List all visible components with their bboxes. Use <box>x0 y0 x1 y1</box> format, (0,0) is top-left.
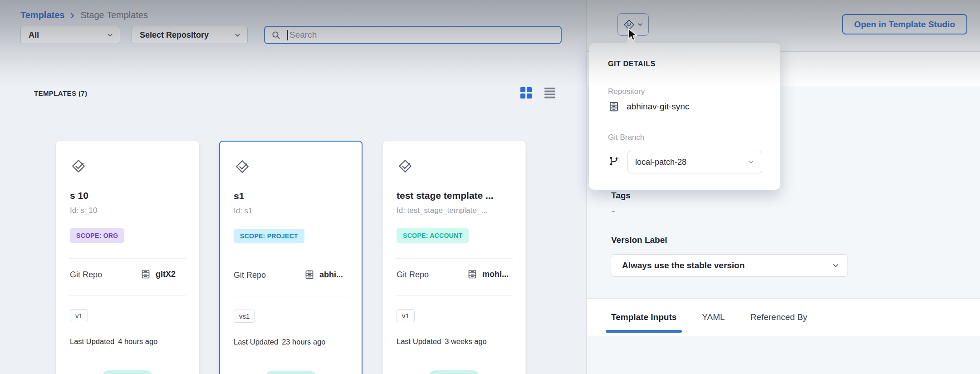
templates-count-heading: TEMPLATES (7) <box>34 89 87 97</box>
git-details-title: GIT DETAILS <box>608 60 656 68</box>
chevron-down-icon <box>234 32 241 39</box>
repository-label: Repository <box>608 87 645 96</box>
template-title: s 10 <box>70 190 88 201</box>
git-branch-icon <box>608 155 620 167</box>
grid-view-button[interactable] <box>520 87 532 99</box>
scope-badge: SCOPE: PROJECT <box>234 229 304 243</box>
template-title: s1 <box>234 191 244 202</box>
git-details-button[interactable] <box>617 13 649 36</box>
scope-badge: SCOPE: ORG <box>70 228 124 243</box>
divider <box>69 258 186 259</box>
scope-filter-dropdown[interactable]: All <box>20 26 120 44</box>
repository-icon <box>608 101 620 113</box>
tab-template-inputs[interactable]: Template Inputs <box>611 308 676 327</box>
divider <box>396 295 513 296</box>
breadcrumb-current-page: Stage Templates <box>80 10 148 20</box>
template-id: Id: s1 <box>234 207 253 216</box>
repository-filter-dropdown[interactable]: Select Repository <box>132 26 248 44</box>
details-tabbar: Template Inputs YAML Referenced By <box>587 298 980 336</box>
version-label: Version Label <box>611 235 667 245</box>
stable-badge <box>429 370 480 374</box>
search-input[interactable]: Search <box>264 26 562 44</box>
grid-view-icon <box>520 87 532 99</box>
divider <box>233 259 349 259</box>
last-updated: Last Updated23 hours ago <box>234 338 325 346</box>
template-id: Id: s_10 <box>70 206 98 215</box>
chevron-right-icon <box>69 12 76 19</box>
version-chip: v1 <box>70 309 88 322</box>
repository-icon <box>304 269 315 280</box>
git-branch-label: Git Branch <box>608 133 644 142</box>
breadcrumb: Templates Stage Templates <box>20 10 148 20</box>
git-repo-value: abhi... <box>304 269 343 280</box>
git-repo-label: Git Repo <box>70 270 102 280</box>
git-repo-label: Git Repo <box>234 271 266 280</box>
open-in-template-studio-button[interactable]: Open in Template Studio <box>842 14 967 34</box>
scope-filter-value: All <box>29 30 39 40</box>
branch-dropdown[interactable]: local-patch-28 <box>627 151 762 173</box>
text-cursor <box>287 30 288 40</box>
breadcrumb-templates-link[interactable]: Templates <box>20 10 64 20</box>
stable-badge <box>265 371 316 374</box>
version-dropdown[interactable]: Always use the stable version <box>611 254 848 277</box>
chevron-down-icon <box>637 21 643 28</box>
repository-name: abhinav-git-sync <box>627 102 689 112</box>
divider <box>69 295 186 296</box>
git-template-icon <box>623 19 635 30</box>
scope-badge: SCOPE: ACCOUNT <box>397 228 469 243</box>
last-updated: Last Updated4 hours ago <box>70 337 157 346</box>
stable-badge <box>102 370 153 374</box>
templates-list-panel: Templates Stage Templates All Select Rep… <box>0 0 586 374</box>
tags-label: Tags <box>611 191 631 201</box>
chevron-down-icon <box>747 158 755 166</box>
repository-value-row: abhinav-git-sync <box>608 101 689 113</box>
template-title: test stage template ... <box>397 190 494 201</box>
template-card-test-stage-template[interactable]: test stage template ... Id: test_stage_t… <box>382 141 526 374</box>
tags-value: - <box>612 207 615 217</box>
template-card-s10[interactable]: s 10 Id: s_10 SCOPE: ORG Git Repo gitX2 … <box>56 141 199 374</box>
git-details-popup: GIT DETAILS Repository abhinav-git-sync … <box>589 43 780 190</box>
version-chip: v1 <box>397 309 415 322</box>
git-repo-label: Git Repo <box>397 270 429 280</box>
branch-dropdown-value: local-patch-28 <box>635 157 686 167</box>
git-repo-value: mohi... <box>467 269 509 280</box>
tab-yaml[interactable]: YAML <box>702 308 725 327</box>
list-view-button[interactable] <box>544 87 556 98</box>
divider <box>396 258 513 259</box>
git-repo-value: gitX2 <box>140 269 176 280</box>
repository-filter-value: Select Repository <box>140 30 209 40</box>
list-view-icon <box>544 87 556 98</box>
last-updated: Last Updated3 weeks ago <box>397 337 487 346</box>
stage-templates-screen: Templates Stage Templates All Select Rep… <box>0 0 980 374</box>
stage-template-icon <box>397 158 413 174</box>
version-chip: vs1 <box>234 310 255 323</box>
chevron-down-icon <box>832 262 839 269</box>
view-toggle <box>520 87 556 99</box>
version-dropdown-value: Always use the stable version <box>622 261 745 271</box>
search-icon <box>271 30 281 40</box>
chevron-down-icon <box>107 32 113 39</box>
stage-template-icon <box>235 159 250 174</box>
template-card-s1[interactable]: s1 Id: s1 SCOPE: PROJECT Git Repo abhi..… <box>219 141 363 374</box>
search-placeholder: Search <box>289 30 317 40</box>
template-id: Id: test_stage_template_... <box>397 206 487 215</box>
stage-template-icon <box>71 158 86 174</box>
divider <box>233 296 349 296</box>
repository-icon <box>140 269 151 280</box>
repository-icon <box>467 269 478 280</box>
tab-referenced-by[interactable]: Referenced By <box>750 308 808 327</box>
